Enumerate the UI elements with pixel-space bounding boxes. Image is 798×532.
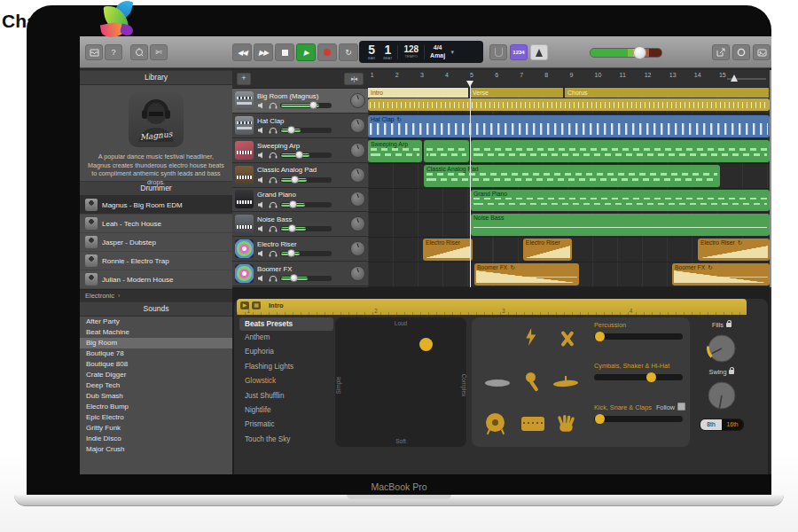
sound-list-item[interactable]: Big Room <box>80 338 232 348</box>
sound-list-item[interactable]: Boutique 78 <box>80 348 232 359</box>
solo-headphones-icon[interactable] <box>269 201 278 208</box>
mute-icon[interactable] <box>257 275 266 282</box>
track-volume-slider[interactable] <box>280 276 332 281</box>
preset-item[interactable]: Flashing Lights <box>239 360 333 374</box>
sound-list-item[interactable]: Deep Tech <box>80 380 232 391</box>
media-browser-button[interactable] <box>753 44 771 60</box>
solo-headphones-icon[interactable] <box>269 152 278 159</box>
zoom-slider-handle[interactable] <box>731 74 738 82</box>
preset-item[interactable]: Touch the Sky <box>239 433 333 447</box>
preset-item[interactable]: Euphoria <box>239 345 333 359</box>
audio-region[interactable]: Noise Bass <box>471 214 770 236</box>
track-volume-slider[interactable] <box>280 226 332 231</box>
smart-controls-button[interactable] <box>130 44 148 60</box>
track-volume-knob[interactable] <box>288 224 296 232</box>
swing-knob[interactable] <box>706 379 738 411</box>
track-volume-knob[interactable] <box>295 151 303 159</box>
tuner-button[interactable] <box>489 44 507 60</box>
drummer-list-item[interactable]: Ronnie - Electro Trap <box>80 252 232 270</box>
timeline-workspace[interactable]: 123456789101112131415 IntroVerseChorus <box>368 70 770 287</box>
track-volume-knob[interactable] <box>287 249 295 257</box>
drummer-list-item[interactable]: Julian - Modern House <box>80 270 232 289</box>
timeline-ruler[interactable]: 123456789101112131415 <box>368 70 770 88</box>
track-volume-slider[interactable] <box>280 128 332 133</box>
track-volume-knob[interactable] <box>291 176 299 184</box>
record-button[interactable] <box>317 43 337 61</box>
mute-icon[interactable] <box>257 225 266 232</box>
editor-region-bar[interactable]: ▶ ▦ Intro 1234 <box>237 299 747 315</box>
follow-checkbox[interactable]: Follow <box>656 403 685 411</box>
track-volume-knob[interactable] <box>289 200 297 208</box>
timeline-track-lane[interactable]: Classic Analog Pad <box>368 164 770 189</box>
playhead[interactable] <box>470 81 471 287</box>
master-volume-slider[interactable] <box>590 48 662 58</box>
solo-headphones-icon[interactable] <box>269 102 278 109</box>
audio-region[interactable]: Sweeping Arp <box>368 140 422 162</box>
timeline-zoom-slider[interactable] <box>727 78 766 80</box>
sound-list-item[interactable]: After Party <box>80 317 232 327</box>
lock-icon[interactable] <box>726 323 732 327</box>
sound-list-item[interactable]: Major Crush <box>80 444 232 455</box>
pan-knob[interactable] <box>350 192 365 207</box>
timeline-track-lane[interactable]: Hat Clap↻ <box>368 114 770 139</box>
drummer-list-item[interactable]: Magnus - Big Room EDM <box>80 196 232 215</box>
track-header[interactable]: Big Room (Magnus) <box>232 89 368 113</box>
track-volume-knob[interactable] <box>309 101 317 109</box>
track-volume-knob[interactable] <box>287 126 295 134</box>
snare-drum-icon[interactable] <box>521 417 544 431</box>
editors-scissors-button[interactable]: ✄ <box>150 44 168 60</box>
shaker-icon[interactable] <box>523 371 543 394</box>
audio-region[interactable]: Hat Clap↻ <box>368 115 770 137</box>
sound-list-item[interactable]: Boutique 808 <box>80 359 232 370</box>
track-header[interactable]: Electro Riser <box>232 237 368 262</box>
timeline-track-lane[interactable]: Sweeping Arp <box>368 139 770 164</box>
drum-slider-knob[interactable] <box>595 414 605 424</box>
audio-region[interactable] <box>368 98 770 111</box>
mute-icon[interactable] <box>257 176 266 184</box>
timeline-scrollbar[interactable] <box>770 70 771 287</box>
cycle-button[interactable]: ↻ <box>339 43 358 61</box>
preset-item[interactable]: Just Shufflin <box>239 389 333 403</box>
sound-list-item[interactable]: Indie Disco <box>80 434 232 444</box>
pan-knob[interactable] <box>350 241 365 256</box>
sound-list-item[interactable]: Epic Electro <box>80 412 232 423</box>
preset-item[interactable]: Nightlife <box>239 403 333 418</box>
rewind-button[interactable]: ◀◀ <box>232 43 252 61</box>
mute-icon[interactable] <box>257 127 266 134</box>
kick-drum-icon[interactable] <box>486 413 505 434</box>
drum-slider-track[interactable] <box>594 333 683 340</box>
play-button[interactable]: ▶ <box>296 43 316 61</box>
drum-slider-knob[interactable] <box>595 332 605 341</box>
hand-clap-icon[interactable] <box>557 413 576 434</box>
xy-pad-puck[interactable] <box>419 338 433 351</box>
stop-button[interactable] <box>275 43 294 61</box>
audio-region[interactable] <box>471 140 770 162</box>
mute-icon[interactable] <box>257 201 266 208</box>
arrangement-marker[interactable]: Intro <box>368 88 469 98</box>
master-volume-knob[interactable] <box>633 46 646 59</box>
timeline-track-lane[interactable]: Noise Bass <box>368 213 770 238</box>
timeline-track-lane[interactable]: Boomer FX↻ Boomer FX↻ <box>368 262 770 287</box>
track-volume-slider[interactable] <box>280 251 332 256</box>
solo-headphones-icon[interactable] <box>269 225 278 232</box>
track-volume-slider[interactable] <box>280 177 332 183</box>
pan-knob[interactable] <box>350 216 365 231</box>
sound-list-item[interactable]: Beat Machine <box>80 327 232 338</box>
count-in-button[interactable]: 1234 <box>510 44 528 60</box>
audio-region[interactable]: Classic Analog Pad <box>424 165 720 187</box>
track-volume-slider[interactable] <box>280 153 332 158</box>
preset-item[interactable]: Anthem <box>239 331 333 345</box>
track-header[interactable]: Grand Piano <box>232 188 368 213</box>
ride-cymbal-icon[interactable] <box>485 379 510 387</box>
drummer-list-item[interactable]: Jasper - Dubstep <box>80 233 232 252</box>
timeline-track-lane[interactable]: Grand Piano <box>368 189 770 214</box>
audio-region[interactable]: Boomer FX↻ <box>474 263 579 286</box>
solo-headphones-icon[interactable] <box>269 250 278 257</box>
sound-list-item[interactable]: Crate Digger <box>80 370 232 380</box>
fills-knob[interactable] <box>706 332 738 364</box>
solo-headphones-icon[interactable] <box>269 127 278 134</box>
library-toggle-button[interactable] <box>85 44 103 60</box>
sound-list-item[interactable]: Electro Bump <box>80 402 232 412</box>
sound-list-item[interactable]: Dub Smash <box>80 391 232 402</box>
hihat-icon[interactable] <box>553 376 578 390</box>
